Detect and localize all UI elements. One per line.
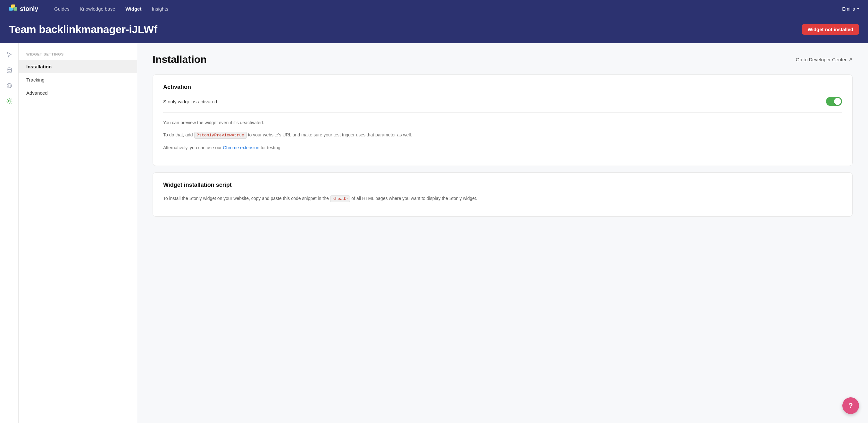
install-script-description: To install the Stonly widget on your web… — [163, 195, 842, 202]
top-navigation: stonly Guides Knowledge base Widget Insi… — [0, 0, 868, 17]
external-link-icon: ↗ — [848, 57, 852, 63]
sidebar-item-advanced[interactable]: Advanced — [19, 86, 137, 100]
go-to-developer-center-link[interactable]: Go to Developer Center ↗ — [796, 57, 852, 63]
preview-text-2: To do that, add ?stonlyPreview=true to y… — [163, 131, 842, 139]
install-script-card-title: Widget installation script — [163, 182, 842, 188]
logo-text: stonly — [20, 5, 38, 12]
preview-text-1: You can preview the widget even if it's … — [163, 119, 842, 126]
nav-insights[interactable]: Insights — [147, 4, 173, 13]
page-title: Team backlinkmanager-iJLWf — [9, 23, 157, 36]
nav-guides[interactable]: Guides — [50, 4, 74, 13]
preview-text-3-prefix: Alternatively, you can use our — [163, 145, 223, 150]
svg-point-7 — [8, 100, 10, 102]
sidebar-section-label: WIDGET SETTINGS — [19, 52, 137, 60]
help-button[interactable]: ? — [842, 397, 859, 414]
settings-icon-button[interactable] — [3, 95, 16, 108]
chrome-extension-link[interactable]: Chrome extension — [223, 145, 260, 150]
sidebar-item-installation[interactable]: Installation — [19, 60, 137, 73]
icon-bar — [0, 43, 19, 423]
svg-rect-2 — [13, 7, 17, 10]
chevron-down-icon: ▾ — [857, 6, 859, 11]
palette-icon-button[interactable] — [3, 79, 16, 92]
user-menu[interactable]: Emilia ▾ — [842, 6, 859, 11]
nav-links: Guides Knowledge base Widget Insights — [50, 4, 842, 13]
preview-text-2-suffix: to your website's URL and make sure your… — [247, 132, 412, 137]
widget-not-installed-badge[interactable]: Widget not installed — [802, 24, 859, 35]
content-header: Installation Go to Developer Center ↗ — [153, 54, 852, 65]
go-to-dev-center-label: Go to Developer Center — [796, 57, 846, 62]
activation-toggle[interactable] — [826, 97, 842, 106]
activation-row: Stonly widget is activated — [163, 97, 842, 113]
page-header: Team backlinkmanager-iJLWf Widget not in… — [0, 17, 868, 43]
main-layout: WIDGET SETTINGS Installation Tracking Ad… — [0, 43, 868, 423]
preview-text-3: Alternatively, you can use our Chrome ex… — [163, 144, 842, 151]
install-desc-suffix: of all HTML pages where you want to disp… — [350, 196, 477, 201]
install-desc-prefix: To install the Stonly widget on your web… — [163, 196, 330, 201]
database-icon-button[interactable] — [3, 64, 16, 77]
question-mark-icon: ? — [848, 401, 852, 410]
cursor-icon-button[interactable] — [3, 49, 16, 61]
activation-label: Stonly widget is activated — [163, 99, 217, 104]
activation-card: Activation Stonly widget is activated Yo… — [153, 75, 852, 166]
svg-point-3 — [7, 68, 11, 69]
svg-point-6 — [10, 85, 10, 86]
preview-code: ?stonlyPreview=true — [194, 132, 247, 139]
nav-knowledge-base[interactable]: Knowledge base — [75, 4, 120, 13]
user-name: Emilia — [842, 6, 855, 11]
content-title: Installation — [153, 54, 207, 65]
sidebar: WIDGET SETTINGS Installation Tracking Ad… — [19, 43, 137, 423]
main-content: Installation Go to Developer Center ↗ Ac… — [137, 43, 868, 423]
logo[interactable]: stonly — [9, 4, 38, 13]
widget-install-script-card: Widget installation script To install th… — [153, 172, 852, 217]
preview-text-3-suffix: for testing. — [259, 145, 281, 150]
sidebar-item-tracking[interactable]: Tracking — [19, 73, 137, 86]
activation-card-title: Activation — [163, 84, 842, 90]
install-head-tag: <head> — [330, 195, 350, 202]
preview-text-2-prefix: To do that, add — [163, 132, 194, 137]
svg-point-5 — [8, 85, 9, 86]
nav-widget[interactable]: Widget — [121, 4, 146, 13]
